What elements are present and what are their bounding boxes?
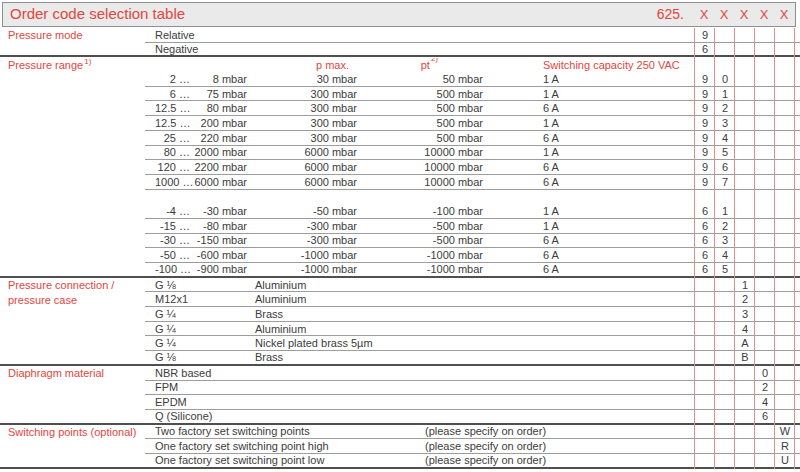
pmax-value: 30 mbar [247,73,357,85]
case-material: Aluminium [255,293,306,305]
code-cells: 9 [695,28,795,42]
pmax-value: 6000 mbar [247,176,357,188]
pt-value: 50 mbar [357,73,483,85]
table-row: Pressure connection /G ⅛Aluminium1 [0,278,800,293]
code-placeholder-x: X [714,2,734,27]
row-content: G ⅛Brass [145,351,695,363]
code-cell: 1 [715,205,735,217]
row-body: 120 …2200 mbar6000 mbar10000 mbar6 A96 [145,160,800,175]
code-cell: 2 [735,293,755,305]
range-low-value: -30 … [155,234,190,246]
row-body: EPDM4 [145,395,800,410]
row-section-label [0,322,145,337]
code-cell: A [735,337,755,349]
row-section-label: Pressure connection / [0,278,145,293]
code-cells: 91 [695,87,795,101]
code-column-rule [714,28,715,469]
code-cell: 5 [715,146,735,158]
code-cell: 3 [715,117,735,129]
table-rows: Pressure modeRelative9Negative6Pressure … [0,28,800,469]
table-row: Negative6 [0,43,800,58]
pmax-value: -1000 mbar [247,263,357,275]
pt-value: -100 mbar [357,205,483,217]
section-label-text: Pressure mode [8,29,83,41]
row-section-label [0,351,145,364]
pt-value: 10000 mbar [357,176,483,188]
row-body: G ⅛Aluminium1 [145,278,800,293]
pmax-value: 300 mbar [247,117,357,129]
table-row: Pressure modeRelative9 [0,28,800,43]
row-section-label [0,72,145,87]
code-cells: 92 [695,101,795,115]
thread-size: G ¼ [155,337,255,349]
row-body: 25 …220 mbar300 mbar500 mbar6 A94 [145,131,800,146]
row-body: FPM2 [145,381,800,396]
code-cell: 6 [695,220,715,232]
code-cells: 4 [695,395,795,409]
col-header-pt-text: pt [421,59,430,71]
thread-size: G ¼ [155,308,255,320]
code-cell: 9 [695,102,715,114]
row-content: G ⅛Aluminium [145,279,695,291]
section-label-text: Diaphragm material [8,367,104,379]
table-row: 25 …220 mbar300 mbar500 mbar6 A94 [0,131,800,146]
case-material: Brass [255,351,283,363]
row-body: G ¼Nickel plated brass 5µmA [145,336,800,351]
option-text: FPM [155,381,178,393]
row-section-label [0,131,145,146]
pt-value: 500 mbar [357,102,483,114]
row-section-label [0,307,145,322]
table-row: G ¼Nickel plated brass 5µmA [0,336,800,351]
order-code-placeholders: X X X X X [694,2,794,27]
row-body: Relative9 [145,28,800,43]
row-body: 12.5 …200 mbar300 mbar500 mbar1 A93 [145,116,800,131]
case-material: Aluminium [255,323,306,335]
row-section-label [0,43,145,56]
row-content: 6 …75 mbar300 mbar500 mbar1 A [145,88,695,100]
option-text: Q (Silicone) [155,410,212,422]
code-cells: 62 [695,219,795,233]
pt-value: 10000 mbar [357,146,483,158]
range-high-value: 2200 mbar [190,161,247,173]
pmax-value: -1000 mbar [247,249,357,261]
row-content: G ¼Brass [145,308,695,320]
switching-point-option: One factory set switching point high [155,440,425,452]
option-text: Relative [155,29,195,41]
code-column-rule [694,28,695,469]
col-header-superscript: 2) [431,58,438,63]
code-cells: 3 [695,307,795,321]
code-cell: 9 [695,117,715,129]
col-header-pt: pt2) [357,58,483,71]
switching-capacity-value: 6 A [543,234,559,246]
range-low-value: 80 … [155,146,190,158]
row-body: One factory set switching point low(plea… [145,454,800,467]
range-low-value: 12.5 … [155,102,190,114]
range-low-value: 2 … [155,73,190,85]
row-section-label [0,234,145,249]
row-section-label [0,87,145,102]
code-cells: 6 [695,43,795,56]
table-row: 2 …8 mbar30 mbar50 mbar1 A90 [0,72,800,87]
model-number: 625. [594,2,684,27]
table-row: Switching points (optional)Two factory s… [0,425,800,440]
thread-size: G ⅛ [155,279,255,291]
pmax-value: -300 mbar [247,220,357,232]
range-high-value: 80 mbar [190,102,247,114]
row-body: G ⅛BrassB [145,351,800,364]
option-text: NBR based [155,367,211,379]
code-cell: 9 [695,146,715,158]
table-row: Diaphragm materialNBR based0 [0,366,800,381]
row-content: -4 …-30 mbar-50 mbar-100 mbar1 A [145,205,695,217]
code-cell: 6 [695,249,715,261]
pt-value: 500 mbar [357,117,483,129]
switching-capacity-value: 1 A [543,146,559,158]
row-section-label [0,263,145,276]
row-section-label [0,219,145,234]
row-body: -50 …-600 mbar-1000 mbar-1000 mbar6 A64 [145,248,800,263]
row-content: 12.5 …200 mbar300 mbar500 mbar1 A [145,117,695,129]
row-body: -15 …-80 mbar-300 mbar-500 mbar1 A62 [145,219,800,234]
section-label-text: Pressure connection / [8,279,114,291]
pmax-value: 300 mbar [247,132,357,144]
table-row: -30 …-150 mbar-300 mbar-500 mbar6 A63 [0,234,800,249]
code-cell: 4 [715,249,735,261]
